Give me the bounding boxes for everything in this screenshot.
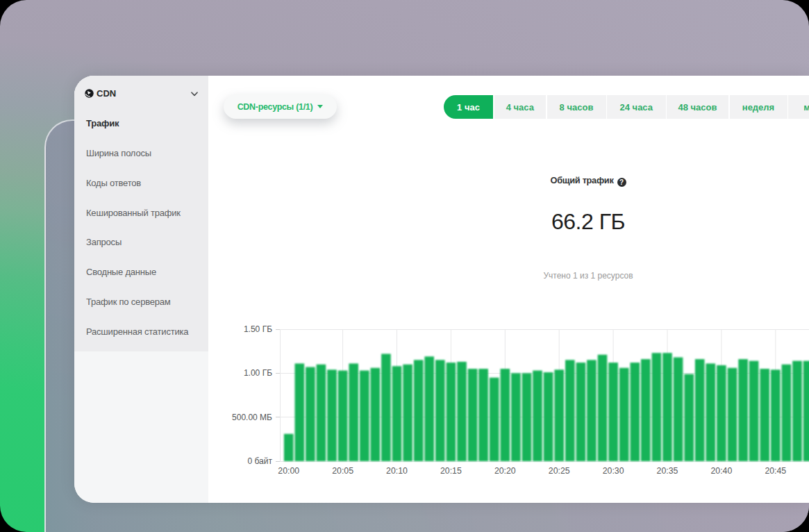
svg-text:20:30: 20:30 bbox=[603, 466, 624, 476]
svg-text:20:15: 20:15 bbox=[440, 466, 462, 476]
svg-text:500.00 МБ: 500.00 МБ bbox=[232, 413, 272, 422]
svg-text:20:00: 20:00 bbox=[278, 466, 299, 476]
svg-text:20:25: 20:25 bbox=[549, 466, 570, 476]
svg-text:20:45: 20:45 bbox=[765, 466, 786, 476]
svg-text:20:35: 20:35 bbox=[657, 466, 678, 476]
svg-text:20:20: 20:20 bbox=[494, 466, 516, 476]
svg-text:20:40: 20:40 bbox=[711, 466, 733, 476]
svg-text:20:05: 20:05 bbox=[332, 466, 353, 476]
svg-text:1.00 ГБ: 1.00 ГБ bbox=[244, 368, 272, 378]
svg-text:20:10: 20:10 bbox=[386, 466, 408, 476]
svg-text:0 байт: 0 байт bbox=[248, 456, 273, 466]
svg-text:1.50 ГБ: 1.50 ГБ bbox=[244, 324, 272, 334]
